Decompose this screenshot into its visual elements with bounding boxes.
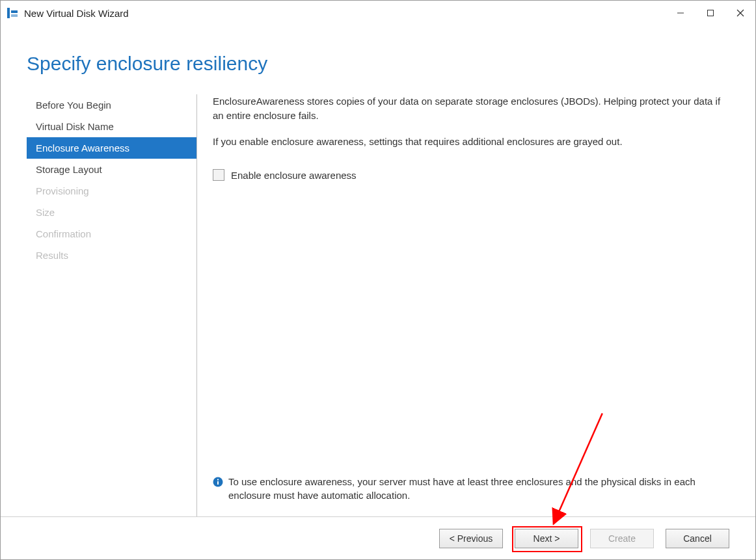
svg-rect-8 (217, 481, 219, 485)
minimize-button[interactable] (666, 1, 695, 25)
content-area: Specify enclosure resiliency Before You … (1, 25, 755, 516)
svg-rect-9 (217, 479, 219, 481)
info-icon (213, 477, 223, 487)
window-title: New Virtual Disk Wizard (24, 8, 666, 19)
page-title: Specify enclosure resiliency (27, 53, 729, 75)
svg-rect-0 (7, 8, 10, 18)
svg-rect-4 (708, 10, 714, 16)
sidebar-step-storage-layout[interactable]: Storage Layout (27, 159, 196, 180)
description-text-1: EnclosureAwareness stores copies of your… (213, 94, 729, 123)
description-text-2: If you enable enclosure awareness, setti… (213, 135, 729, 149)
next-button[interactable]: Next > (515, 529, 578, 548)
title-bar: New Virtual Disk Wizard (1, 1, 755, 25)
sidebar-step-size: Size (27, 202, 196, 223)
app-icon (6, 7, 19, 20)
close-button[interactable] (725, 1, 755, 25)
sidebar-step-before-you-begin[interactable]: Before You Begin (27, 94, 196, 116)
wizard-window: New Virtual Disk Wizard Specify enclosur… (0, 0, 756, 560)
sidebar-step-list: Before You BeginVirtual Disk NameEnclosu… (27, 94, 196, 266)
svg-rect-2 (11, 14, 18, 17)
wizard-step-sidebar: Before You BeginVirtual Disk NameEnclosu… (27, 94, 197, 516)
sidebar-step-confirmation: Confirmation (27, 223, 196, 245)
button-bar: < Previous Next > Create Cancel (1, 516, 755, 559)
enable-enclosure-awareness-row[interactable]: Enable enclosure awareness (213, 169, 729, 181)
sidebar-step-provisioning: Provisioning (27, 180, 196, 202)
main-panel: EnclosureAwareness stores copies of your… (197, 94, 729, 516)
enable-enclosure-awareness-label: Enable enclosure awareness (231, 170, 357, 181)
maximize-button[interactable] (695, 1, 725, 25)
previous-button[interactable]: < Previous (439, 529, 503, 548)
create-button: Create (590, 529, 654, 548)
info-note-text: To use enclosure awareness, your server … (228, 475, 729, 502)
sidebar-step-results: Results (27, 245, 196, 266)
window-controls (666, 1, 755, 25)
enable-enclosure-awareness-checkbox[interactable] (213, 169, 224, 181)
sidebar-step-virtual-disk-name[interactable]: Virtual Disk Name (27, 116, 196, 137)
cancel-button[interactable]: Cancel (666, 529, 729, 548)
sidebar-step-enclosure-awareness[interactable]: Enclosure Awareness (27, 137, 196, 159)
info-note: To use enclosure awareness, your server … (213, 475, 729, 516)
body-row: Before You BeginVirtual Disk NameEnclosu… (27, 94, 729, 516)
svg-rect-1 (11, 10, 18, 13)
